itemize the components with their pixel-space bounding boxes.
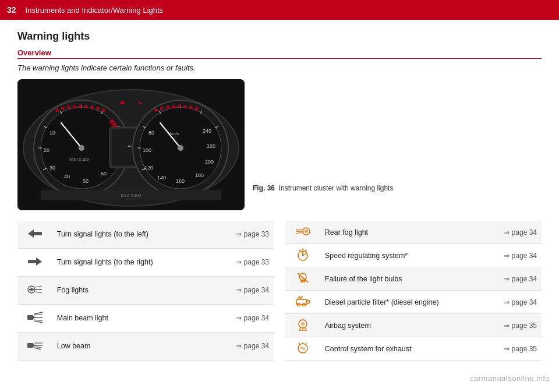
table-row: Speed regulating system* ⇒ page 34 bbox=[285, 244, 542, 267]
page-ref: ⇒ page 33 bbox=[210, 248, 274, 276]
warning-icon bbox=[17, 276, 52, 304]
svg-marker-69 bbox=[36, 257, 42, 266]
table-row: Fog lights ⇒ page 34 bbox=[17, 276, 274, 304]
warning-label: Low beam bbox=[52, 332, 211, 360]
warning-label: Airbag system bbox=[320, 314, 479, 337]
overview-text: The warning lights indicate certain func… bbox=[17, 63, 542, 72]
header-bar: 32 Instruments and Indicator/Warning Lig… bbox=[0, 0, 559, 20]
svg-point-26 bbox=[79, 104, 82, 108]
table-row: Diesel particle filter* (diesel engine) … bbox=[285, 291, 542, 314]
svg-text:240: 240 bbox=[203, 128, 211, 134]
warning-label: Speed regulating system* bbox=[320, 244, 479, 267]
warning-icon bbox=[285, 291, 320, 314]
page-ref: ⇒ page 33 bbox=[210, 221, 274, 248]
page-ref: ⇒ page 35 bbox=[478, 314, 542, 337]
svg-marker-67 bbox=[28, 229, 34, 238]
svg-line-116 bbox=[306, 343, 306, 344]
svg-text:20: 20 bbox=[44, 147, 49, 153]
svg-point-100 bbox=[302, 249, 303, 250]
svg-text:120: 120 bbox=[144, 165, 153, 171]
svg-point-58 bbox=[160, 107, 164, 110]
svg-text:10: 10 bbox=[49, 130, 55, 136]
page-ref: ⇒ page 34 bbox=[478, 291, 542, 314]
warning-label: Turn signal lights (to the right) bbox=[52, 248, 211, 276]
main-content: Warning lights Overview The warning ligh… bbox=[0, 20, 559, 371]
warning-label: Main beam light bbox=[52, 304, 211, 332]
svg-point-27 bbox=[84, 105, 88, 108]
svg-point-30 bbox=[102, 108, 105, 112]
svg-line-82 bbox=[34, 321, 43, 323]
warning-icon bbox=[17, 304, 52, 332]
svg-text:30: 30 bbox=[49, 165, 55, 171]
dashboard-image: 10 20 30 40 50 60 70 60 r/min x 100 bbox=[17, 79, 245, 210]
svg-line-73 bbox=[36, 286, 42, 287]
tables-row: Turn signal lights (to the left) ⇒ page … bbox=[17, 221, 542, 361]
header-title: Instruments and Indicator/Warning Lights bbox=[26, 6, 164, 15]
svg-line-89 bbox=[34, 348, 41, 349]
warning-label: Rear fog light bbox=[320, 221, 479, 244]
svg-line-90 bbox=[34, 347, 42, 348]
svg-point-29 bbox=[96, 107, 100, 110]
svg-point-95 bbox=[305, 229, 308, 233]
table-row: Main beam light ⇒ page 34 bbox=[17, 304, 274, 332]
page-ref: ⇒ page 34 bbox=[478, 267, 542, 291]
svg-text:km/h: km/h bbox=[170, 132, 179, 136]
svg-text:140: 140 bbox=[157, 175, 166, 181]
svg-point-101 bbox=[305, 250, 306, 252]
warning-icon bbox=[285, 314, 320, 337]
svg-line-94 bbox=[296, 232, 303, 234]
svg-point-23 bbox=[61, 107, 65, 110]
fig-caption: Fig. 36 Instrument cluster with warning … bbox=[253, 79, 393, 192]
table-row: Turn signal lights (to the right) ⇒ page… bbox=[17, 248, 274, 276]
svg-text:220: 220 bbox=[207, 143, 215, 149]
warning-label: Diesel particle filter* (diesel engine) bbox=[320, 291, 479, 314]
svg-point-60 bbox=[172, 105, 175, 108]
section-title: Warning lights bbox=[17, 30, 542, 43]
page-ref: ⇒ page 34 bbox=[478, 221, 542, 244]
svg-rect-85 bbox=[27, 343, 33, 348]
svg-text:180: 180 bbox=[195, 172, 204, 178]
right-warning-table: Rear fog light ⇒ page 34 Speed regulatin… bbox=[285, 221, 542, 361]
page-ref: ⇒ page 34 bbox=[478, 244, 542, 267]
table-row: Control system for exhaust ⇒ page 35 bbox=[285, 337, 542, 361]
svg-rect-78 bbox=[27, 315, 33, 320]
svg-text:160: 160 bbox=[176, 178, 185, 184]
svg-rect-79 bbox=[33, 316, 34, 319]
svg-point-57 bbox=[154, 108, 158, 112]
fig-number: Fig. 36 bbox=[253, 184, 275, 192]
svg-point-12 bbox=[79, 145, 84, 151]
table-row: Failure of the light bulbs ⇒ page 34 bbox=[285, 267, 542, 291]
svg-rect-68 bbox=[34, 232, 42, 235]
svg-text:80: 80 bbox=[148, 130, 154, 136]
svg-point-62 bbox=[183, 105, 187, 108]
svg-point-59 bbox=[166, 105, 169, 109]
svg-line-115 bbox=[299, 343, 300, 344]
warning-icon bbox=[17, 332, 52, 360]
svg-line-92 bbox=[296, 229, 303, 230]
svg-line-74 bbox=[36, 292, 42, 293]
warning-icon bbox=[285, 244, 320, 267]
warning-icon bbox=[17, 248, 52, 276]
page-ref: ⇒ page 34 bbox=[210, 332, 274, 360]
svg-point-24 bbox=[67, 105, 70, 109]
svg-point-102 bbox=[299, 273, 306, 280]
dashboard-container: 10 20 30 40 50 60 70 60 r/min x 100 bbox=[17, 79, 542, 210]
watermark: carmanualsonline.info bbox=[470, 374, 550, 383]
svg-point-46 bbox=[178, 145, 183, 151]
svg-point-28 bbox=[90, 105, 94, 109]
svg-text:60: 60 bbox=[101, 171, 107, 176]
svg-text:40: 40 bbox=[64, 174, 70, 179]
page-ref: ⇒ page 34 bbox=[210, 304, 274, 332]
warning-icon bbox=[17, 221, 52, 248]
svg-text:B1Z-0300: B1Z-0300 bbox=[121, 193, 141, 198]
svg-rect-86 bbox=[33, 344, 34, 347]
svg-line-80 bbox=[34, 312, 43, 314]
table-row: Low beam ⇒ page 34 bbox=[17, 332, 274, 360]
svg-text:r/min x 100: r/min x 100 bbox=[69, 157, 89, 161]
fig-caption-text: Instrument cluster with warning lights bbox=[279, 184, 394, 192]
warning-icon bbox=[285, 221, 320, 244]
svg-point-22 bbox=[55, 108, 59, 112]
svg-text:200: 200 bbox=[205, 159, 214, 165]
warning-icon bbox=[285, 337, 320, 361]
page-ref: ⇒ page 34 bbox=[210, 276, 274, 304]
